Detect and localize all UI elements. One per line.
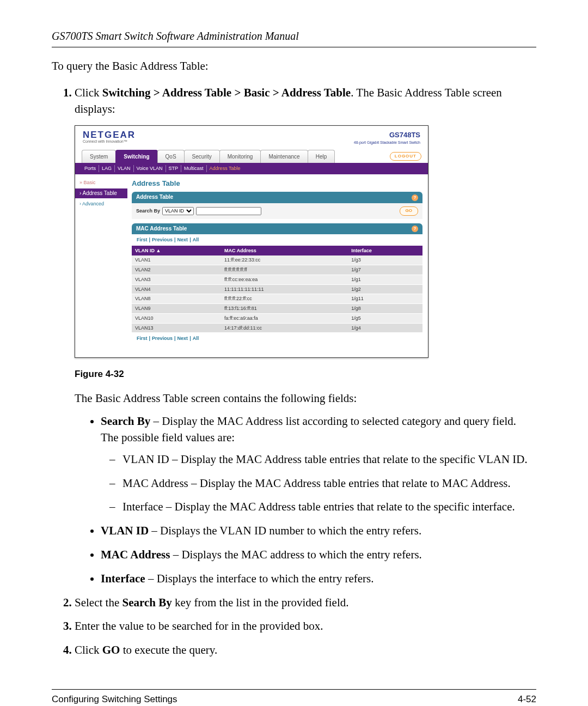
sidebar-address-table[interactable]: Address Table (75, 188, 127, 198)
brand-logo: NETGEAR Connect with Innovation™ (83, 130, 136, 143)
model-label: GS748TS 48-port Gigabit Stackable Smart … (354, 130, 420, 145)
mac-address-table: VLAN ID ▲ MAC Address Interface VLAN111:… (132, 246, 422, 333)
sidebar: » Basic Address Table Advanced (75, 174, 127, 357)
field-mac-address: MAC Address – Displays the MAC address t… (101, 547, 531, 563)
pager-prev[interactable]: Previous (150, 336, 174, 341)
subnav-ports[interactable]: Ports (82, 165, 99, 172)
pager-all[interactable]: All (191, 336, 201, 341)
tab-help[interactable]: Help (308, 150, 335, 163)
search-by-select[interactable]: VLAN ID (162, 207, 194, 215)
footer-left: Configuring Switching Settings (52, 694, 177, 705)
search-input[interactable] (196, 207, 261, 215)
tab-qos[interactable]: QoS (157, 150, 185, 163)
tab-monitoring[interactable]: Monitoring (219, 150, 261, 163)
subnav-voice-vlan[interactable]: Voice VLAN (134, 165, 166, 172)
step-1: Click Switching > Address Table > Basic … (75, 85, 531, 587)
tab-switching[interactable]: Switching (115, 150, 157, 163)
pager-first[interactable]: First (135, 336, 149, 341)
col-interface[interactable]: Interface (348, 246, 422, 256)
help-icon[interactable]: ? (412, 226, 418, 232)
sort-arrow-icon: ▲ (156, 248, 161, 253)
tab-maintenance[interactable]: Maintenance (260, 150, 308, 163)
field-interface: Interface – Displays the interface to wh… (101, 571, 531, 587)
col-mac-address[interactable]: MAC Address (221, 246, 348, 256)
search-by-label: Search By (136, 208, 160, 215)
search-panel: Address Table ? Search By VLAN ID GO (132, 192, 422, 218)
footer-right: 4-52 (518, 694, 536, 705)
table-row: VLAN8ff:ff:ff:22:ff:cc1/g11 (132, 294, 422, 304)
step-3: Enter the value to be searched for in th… (75, 618, 531, 635)
tab-system[interactable]: System (82, 150, 116, 163)
pager-all[interactable]: All (191, 237, 201, 242)
table-row: VLAN1314:17:df:dd:11:cc1/g4 (132, 323, 422, 333)
screenshot-figure: NETGEAR Connect with Innovation™ GS748TS… (75, 125, 428, 358)
step-2: Select the Search By key from the list i… (75, 595, 531, 611)
pager-next[interactable]: Next (176, 237, 190, 242)
search-panel-header: Address Table (136, 193, 173, 201)
pager-first[interactable]: First (135, 237, 149, 242)
main-tabs: System Switching QoS Security Monitoring… (75, 150, 428, 163)
figure-caption: Figure 4-32 (75, 368, 531, 381)
help-icon[interactable]: ? (412, 194, 418, 201)
sidebar-basic[interactable]: » Basic (75, 178, 127, 188)
header-rule (52, 47, 536, 47)
field-search-by: Search By – Display the MAC Address list… (101, 413, 531, 515)
pager-top: First|Previous|Next|All (132, 234, 422, 246)
col-vlan-id[interactable]: VLAN ID ▲ (132, 246, 221, 256)
mac-table-panel: MAC Address Table ? First|Previous|Next|… (132, 223, 422, 345)
table-row: VLAN9ff:13:f1:16:ff:811/g8 (132, 304, 422, 314)
pager-prev[interactable]: Previous (150, 237, 174, 242)
subnav-vlan[interactable]: VLAN (115, 165, 134, 172)
table-row: VLAN111:ff:ee:22:33:cc1/g3 (132, 255, 422, 265)
panel-title: Address Table (132, 179, 422, 188)
page-header: GS700TS Smart Switch Software Administra… (52, 30, 536, 42)
subnav-stp[interactable]: STP (166, 165, 182, 172)
table-row: VLAN10fa:ff:ec:a9:aa:fa1/g5 (132, 313, 422, 323)
pager-next[interactable]: Next (176, 336, 190, 341)
sub-mac-address: MAC Address – Display the MAC Address ta… (122, 476, 531, 492)
subnav-address-table[interactable]: Address Table (207, 165, 243, 172)
pager-bottom: First|Previous|Next|All (132, 333, 422, 344)
step-4: Click GO to execute the query. (75, 642, 531, 659)
tab-security[interactable]: Security (184, 150, 220, 163)
sub-nav: Ports LAG VLAN Voice VLAN STP Multicast … (75, 163, 428, 174)
mac-panel-header: MAC Address Table (136, 225, 187, 233)
footer-rule (52, 689, 536, 690)
go-button[interactable]: GO (400, 206, 418, 216)
subnav-multicast[interactable]: Multicast (181, 165, 207, 172)
nav-path: Switching > Address Table > Basic > Addr… (102, 86, 351, 99)
logout-button[interactable]: LOGOUT (390, 152, 421, 160)
sub-vlan-id: VLAN ID – Display the MAC Address table … (122, 452, 531, 468)
subnav-lag[interactable]: LAG (99, 165, 115, 172)
sub-interface: Interface – Display the MAC Address tabl… (122, 499, 531, 515)
sidebar-advanced[interactable]: Advanced (75, 199, 127, 209)
field-vlan-id: VLAN ID – Displays the VLAN ID number to… (101, 523, 531, 539)
table-row: VLAN411:11:11:11:11:111/g2 (132, 284, 422, 294)
table-row: VLAN2ff:ff:ff:ff:ff:ff1/g7 (132, 265, 422, 275)
intro-text: To query the Basic Address Table: (52, 59, 536, 73)
post-figure-text: The Basic Address Table screen contains … (75, 391, 531, 407)
table-row: VLAN3ff:ff:cc:ee:ea:ea1/g1 (132, 275, 422, 284)
